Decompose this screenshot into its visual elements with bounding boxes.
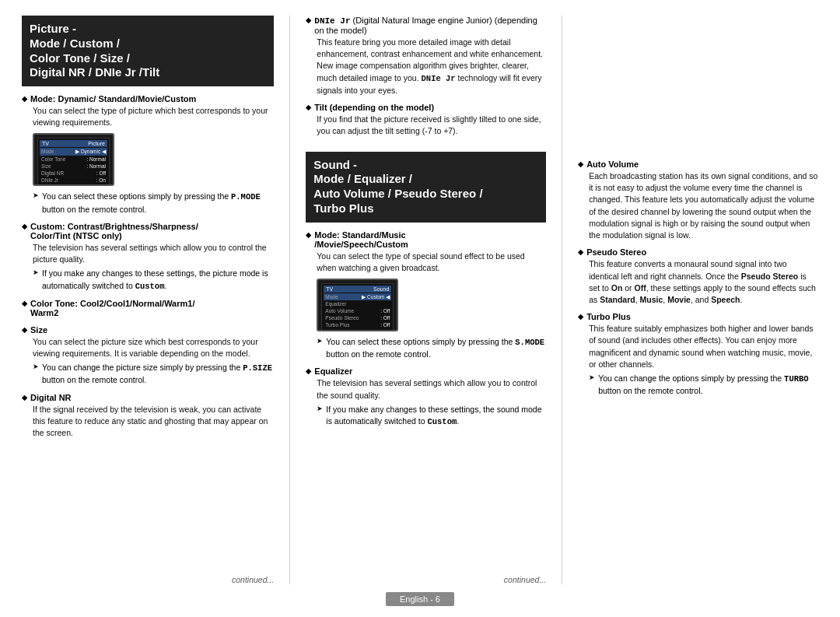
bullet-tilt-body: If you find that the picture received is… <box>317 114 546 137</box>
bullet-mode: Mode: Dynamic/ Standard/Movie/Custom You… <box>22 94 274 216</box>
middle-section-header: Sound - Mode / Equalizer / Auto Volume /… <box>306 152 546 223</box>
tv-sound-header: TV Sound <box>324 286 391 293</box>
bullet-colortone: Color Tone: Cool2/Cool1/Normal/Warm1/War… <box>22 299 274 319</box>
bullet-mode-body: You can select the type of picture which… <box>33 105 274 128</box>
tv-row-size: Size : Normal <box>40 163 107 170</box>
tv-sound-screenshot: TV Sound Mode ▶ Custom ◀ Equalizer Au <box>317 279 398 331</box>
footer-badge: English - 6 <box>386 592 454 606</box>
tv-sound-row-av: Auto Volume : Off <box>324 307 391 314</box>
bullet-equalizer-arrow: If you make any changes to these setting… <box>317 404 546 428</box>
middle-column: DNIe Jr (Digital Natural Image engine Ju… <box>306 16 546 584</box>
bullet-turboplus-arrow: You can change the options simply by pre… <box>589 373 818 397</box>
bullet-size-title: Size <box>22 325 274 335</box>
tv-screen-picture: TV Picture Mode ▶ Dynamic ◀ Color Tone :… <box>37 138 110 186</box>
page-footer: English - 6 <box>22 592 818 606</box>
tv-sound-row-ps: Pseudo Stereo : Off <box>324 314 391 321</box>
bullet-pseudostereo-title: Pseudo Stereo <box>578 247 818 257</box>
bullet-pseudostereo-body: This feature converts a monaural sound s… <box>589 258 818 306</box>
bullet-digitalnr: Digital NR If the signal received by the… <box>22 393 274 440</box>
middle-header-line1: Sound - <box>313 158 538 173</box>
left-column: Picture - Mode / Custom / Color Tone / S… <box>22 16 274 584</box>
bullet-custom: Custom: Contrast/Brightness/Sharpness/Co… <box>22 222 274 293</box>
tv-screen-sound: TV Sound Mode ▶ Custom ◀ Equalizer Au <box>321 283 394 331</box>
left-header-line1: Picture - <box>30 22 266 37</box>
bullet-custom-body: The television has several settings whic… <box>33 242 274 265</box>
bullet-turboplus: Turbo Plus This feature suitably emphasi… <box>578 312 818 397</box>
right-column: Auto Volume Each broadcasting station ha… <box>578 16 818 584</box>
bullet-digitalnr-body: If the signal received by the television… <box>33 404 274 440</box>
bullet-dnieje-title: DNIe Jr (Digital Natural Image engine Ju… <box>306 16 546 35</box>
bullet-colortone-title: Color Tone: Cool2/Cool1/Normal/Warm1/War… <box>22 299 274 317</box>
left-continued: continued... <box>22 575 274 584</box>
middle-top-section: DNIe Jr (Digital Natural Image engine Ju… <box>306 16 546 144</box>
left-section-header: Picture - Mode / Custom / Color Tone / S… <box>22 16 274 86</box>
middle-continued: continued... <box>306 575 546 584</box>
bullet-digitalnr-title: Digital NR <box>22 393 274 402</box>
tv-row-dniej: DNIe Jr : On <box>40 177 107 184</box>
left-header-line2: Mode / Custom / <box>30 37 266 51</box>
page: Picture - Mode / Custom / Color Tone / S… <box>0 0 840 617</box>
tv-row-tilt: Tilt : 0 <box>40 184 107 187</box>
tv-picture-screenshot: TV Picture Mode ▶ Dynamic ◀ Color Tone :… <box>33 133 114 186</box>
bullet-custom-arrow: If you make any changes to these setting… <box>33 268 274 292</box>
bullet-dnieje: DNIe Jr (Digital Natural Image engine Ju… <box>306 16 546 96</box>
tv-row-colortone: Color Tone : Normal <box>40 156 107 163</box>
bullet-mode-sound-arrow: You can select these options simply by p… <box>317 336 546 360</box>
middle-header-line2: Mode / Equalizer / <box>313 172 538 187</box>
bullet-equalizer-title: Equalizer <box>306 366 546 376</box>
main-columns: Picture - Mode / Custom / Color Tone / S… <box>22 16 818 584</box>
left-header-line4: Digital NR / DNIe Jr /Tilt <box>30 65 266 80</box>
tv-row-mode: Mode ▶ Dynamic ◀ <box>40 148 107 155</box>
bullet-mode-arrow: You can select these options simply by p… <box>33 191 274 215</box>
tv-sound-row-mode: Mode ▶ Custom ◀ <box>324 293 391 300</box>
bullet-dnieje-body: This feature bring you more detailed ima… <box>317 37 546 96</box>
bullet-mode-sound-body: You can select the type of special sound… <box>317 251 546 274</box>
tv-sound-row-eq: Equalizer <box>324 300 391 307</box>
middle-header-line4: Turbo Plus <box>313 202 538 216</box>
bullet-size-body: You can select the picture size which be… <box>33 336 274 359</box>
bullet-autovolume-body: Each broadcasting station has its own si… <box>589 170 818 241</box>
bullet-tilt-title: Tilt (depending on the model) <box>306 103 546 112</box>
bullet-size: Size You can select the picture size whi… <box>22 325 274 387</box>
tv-picture-header: TV Picture <box>40 140 107 147</box>
bullet-tilt: Tilt (depending on the model) If you fin… <box>306 103 546 137</box>
bullet-equalizer-body: The television has several settings whic… <box>317 377 546 401</box>
bullet-turboplus-title: Turbo Plus <box>578 312 818 321</box>
bullet-mode-sound-title: Mode: Standard/Music/Movie/Speech/Custom <box>306 230 546 249</box>
bullet-size-arrow: You can change the picture size simply b… <box>33 362 274 386</box>
bullet-mode-title: Mode: Dynamic/ Standard/Movie/Custom <box>22 94 274 103</box>
bullet-autovolume: Auto Volume Each broadcasting station ha… <box>578 160 818 241</box>
tv-sound-row-tp: Turbo Plus : Off <box>324 321 391 328</box>
bullet-turboplus-body: This feature suitably emphasizes both hi… <box>589 323 818 370</box>
left-header-line3: Color Tone / Size / <box>30 51 266 66</box>
bullet-autovolume-title: Auto Volume <box>578 160 818 169</box>
tv-row-digitalnr: Digital NR : Off <box>40 170 107 177</box>
divider-left-mid <box>289 16 290 584</box>
bullet-pseudostereo: Pseudo Stereo This feature converts a mo… <box>578 247 818 306</box>
bullet-equalizer: Equalizer The television has several set… <box>306 366 546 428</box>
bullet-mode-sound: Mode: Standard/Music/Movie/Speech/Custom… <box>306 230 546 361</box>
divider-mid-right <box>562 16 562 584</box>
middle-header-line3: Auto Volume / Pseudo Stereo / <box>313 187 538 202</box>
bullet-custom-title: Custom: Contrast/Brightness/Sharpness/Co… <box>22 222 274 240</box>
